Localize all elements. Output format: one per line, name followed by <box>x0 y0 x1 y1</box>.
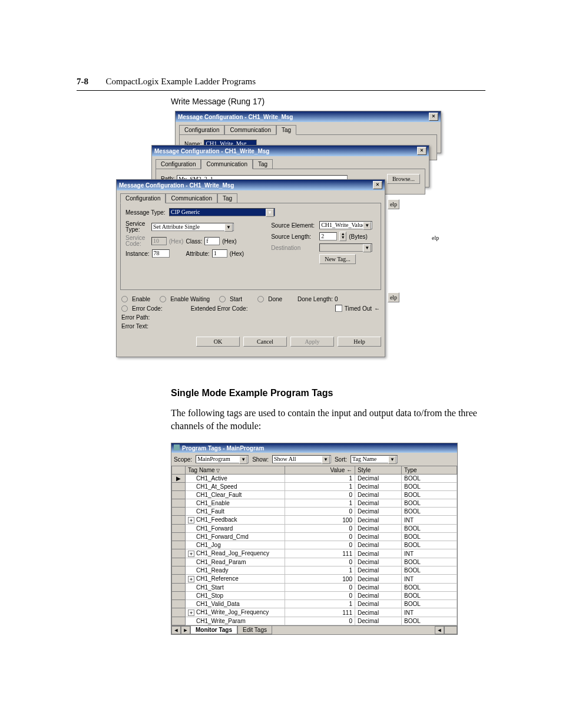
row-selector[interactable] <box>172 516 186 525</box>
cell-style: Decimal <box>355 608 402 617</box>
row-selector[interactable] <box>172 584 186 592</box>
row-selector[interactable] <box>172 566 186 575</box>
table-row[interactable]: +CH1_Feedback100DecimalINT <box>172 516 457 525</box>
tab-configuration[interactable]: Configuration <box>156 159 201 169</box>
source-element-dropdown[interactable]: CH1_Write_Value <box>319 221 372 229</box>
row-selector[interactable] <box>172 491 186 499</box>
row-selector[interactable] <box>172 575 186 584</box>
cell-value: 0 <box>285 584 355 592</box>
status-ext-error: Extended Error Code: <box>191 305 248 312</box>
row-selector[interactable] <box>172 483 186 491</box>
tab-communication[interactable]: Communication <box>201 159 252 169</box>
tab-communication[interactable]: Communication <box>166 193 217 203</box>
table-row[interactable]: CH1_Start0DecimalBOOL <box>172 584 457 592</box>
new-tag-button[interactable]: New Tag... <box>319 254 356 264</box>
table-row[interactable]: CH1_At_Speed1DecimalBOOL <box>172 483 457 491</box>
row-selector[interactable] <box>172 608 186 617</box>
hscroll-track[interactable] <box>444 626 457 634</box>
tab-monitor-tags[interactable]: Monitor Tags <box>190 626 237 634</box>
tab-tag[interactable]: Tag <box>276 125 296 135</box>
timed-out-checkbox[interactable] <box>335 305 342 312</box>
cell-value: 1 <box>285 483 355 491</box>
table-row[interactable]: CH1_Write_Param0DecimalBOOL <box>172 617 457 625</box>
cell-type: BOOL <box>402 475 457 483</box>
cell-style: Decimal <box>355 525 402 533</box>
row-selector[interactable]: ▶ <box>172 475 186 483</box>
expand-icon[interactable]: + <box>188 610 194 616</box>
tab-scroll-right-icon[interactable]: ► <box>181 626 190 634</box>
attribute-label: Attribute: <box>186 251 210 257</box>
status-dot-icon <box>121 296 128 302</box>
show-dropdown[interactable]: Show All <box>272 455 331 463</box>
status-enable-waiting: Enable Waiting <box>170 296 210 302</box>
table-row[interactable]: CH1_Clear_Fault0DecimalBOOL <box>172 491 457 499</box>
status-error-text: Error Text: <box>121 323 148 330</box>
col-style[interactable]: Style <box>355 466 402 475</box>
cell-type: BOOL <box>402 566 457 575</box>
ok-button[interactable]: OK <box>196 337 240 347</box>
row-selector[interactable] <box>172 600 186 608</box>
message-type-dropdown[interactable]: CIP Generic <box>169 208 275 216</box>
tab-scroll-left-icon[interactable]: ◄ <box>171 626 181 634</box>
cell-type: INT <box>402 549 457 558</box>
tab-communication[interactable]: Communication <box>224 125 276 135</box>
browse-button[interactable]: Browse... <box>387 174 420 184</box>
service-type-dropdown[interactable]: Set Attribute Single <box>151 223 234 231</box>
hex-label: (Hex) <box>230 251 244 257</box>
table-row[interactable]: CH1_Stop0DecimalBOOL <box>172 592 457 600</box>
row-selector[interactable] <box>172 617 186 625</box>
row-selector[interactable] <box>172 592 186 600</box>
table-row[interactable]: CH1_Enable1DecimalBOOL <box>172 499 457 508</box>
table-row[interactable]: CH1_Ready1DecimalBOOL <box>172 566 457 575</box>
tab-configuration[interactable]: Configuration <box>120 193 166 203</box>
col-type[interactable]: Type <box>402 466 457 475</box>
tab-tag[interactable]: Tag <box>253 159 273 169</box>
expand-icon[interactable]: + <box>188 576 194 582</box>
scope-dropdown[interactable]: MainProgram <box>196 455 249 463</box>
cancel-button[interactable]: Cancel <box>243 337 287 347</box>
close-icon[interactable]: × <box>373 181 382 189</box>
table-row[interactable]: CH1_Jog0DecimalBOOL <box>172 541 457 549</box>
help-fragment-button[interactable]: elp <box>388 292 399 302</box>
table-row[interactable]: +CH1_Write_Jog_Frequency111DecimalINT <box>172 608 457 617</box>
sort-dropdown[interactable]: Tag Name <box>351 455 398 463</box>
cell-tagname: CH1_Valid_Data <box>186 600 285 608</box>
help-fragment-button[interactable]: elp <box>388 199 399 209</box>
row-selector[interactable] <box>172 558 186 566</box>
row-selector[interactable] <box>172 549 186 558</box>
table-row[interactable]: CH1_Fault0DecimalBOOL <box>172 508 457 516</box>
table-row[interactable]: CH1_Forward0DecimalBOOL <box>172 525 457 533</box>
col-tagname[interactable]: Tag Name ▽ <box>186 466 285 475</box>
close-icon[interactable]: × <box>417 147 427 155</box>
row-selector[interactable] <box>172 533 186 541</box>
table-row[interactable]: CH1_Valid_Data1DecimalBOOL <box>172 600 457 608</box>
cell-value: 1 <box>285 600 355 608</box>
table-row[interactable]: CH1_Forward_Cmd0DecimalBOOL <box>172 533 457 541</box>
col-value[interactable]: Value ← <box>285 466 355 475</box>
attribute-field[interactable]: 1 <box>212 249 227 258</box>
spinner-icon[interactable]: ▲▼ <box>339 232 346 241</box>
tab-edit-tags[interactable]: Edit Tags <box>237 626 272 634</box>
cell-tagname: CH1_Ready <box>186 566 285 575</box>
help-button[interactable]: Help <box>338 337 381 347</box>
row-selector[interactable] <box>172 499 186 508</box>
row-selector[interactable] <box>172 541 186 549</box>
source-length-field[interactable]: 2 <box>319 232 337 241</box>
status-enable: Enable <box>132 296 150 302</box>
class-label: Class: <box>186 238 202 245</box>
instance-field[interactable]: 78 <box>152 249 170 258</box>
expand-icon[interactable]: + <box>188 517 194 523</box>
expand-icon[interactable]: + <box>188 551 194 557</box>
cell-type: BOOL <box>402 617 457 625</box>
close-icon[interactable]: × <box>429 113 438 121</box>
table-row[interactable]: +CH1_Read_Jog_Frequency111DecimalINT <box>172 549 457 558</box>
tab-configuration[interactable]: Configuration <box>179 125 224 135</box>
table-row[interactable]: +CH1_Reference100DecimalINT <box>172 575 457 584</box>
hscroll-left-icon[interactable]: ◄ <box>435 626 444 634</box>
row-selector[interactable] <box>172 508 186 516</box>
class-field[interactable]: f <box>204 237 220 245</box>
tab-tag[interactable]: Tag <box>217 193 237 203</box>
table-row[interactable]: ▶CH1_Active1DecimalBOOL <box>172 475 457 483</box>
table-row[interactable]: CH1_Read_Param0DecimalBOOL <box>172 558 457 566</box>
row-selector[interactable] <box>172 525 186 533</box>
